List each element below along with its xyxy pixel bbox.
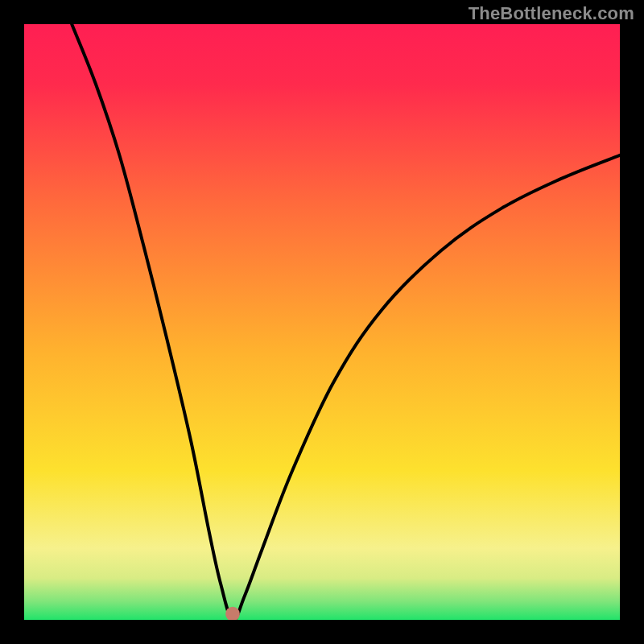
chart-background-gradient	[24, 24, 620, 620]
bottleneck-chart	[24, 24, 620, 620]
chart-frame	[24, 24, 620, 620]
watermark-text: TheBottleneck.com	[469, 3, 634, 24]
